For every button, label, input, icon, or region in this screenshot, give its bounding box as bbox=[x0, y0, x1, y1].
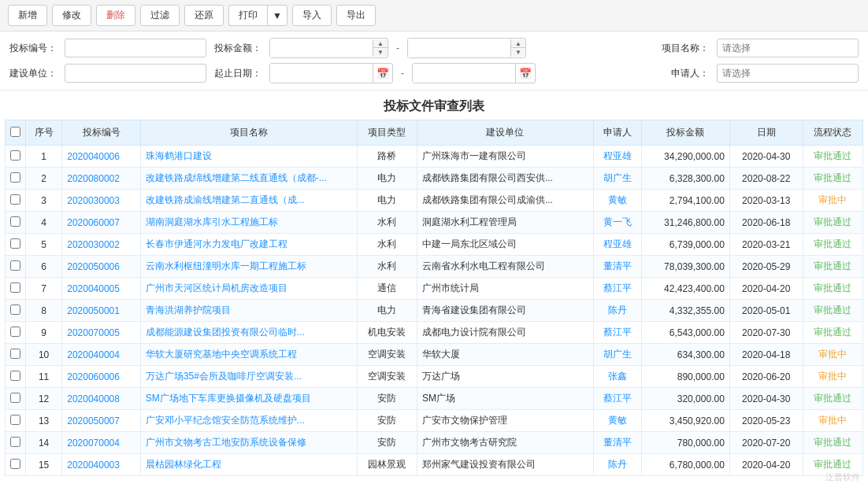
date-start-input[interactable] bbox=[270, 64, 373, 83]
row-checkbox[interactable] bbox=[10, 305, 20, 315]
row-bid-no[interactable]: 2020030003 bbox=[62, 190, 141, 212]
applicant-input[interactable] bbox=[717, 64, 859, 83]
row-checkbox[interactable] bbox=[10, 260, 20, 271]
bid-amount-min-down[interactable]: ▼ bbox=[373, 48, 388, 57]
修改-button[interactable]: 修改 bbox=[52, 5, 91, 26]
row-bid-no[interactable]: 2020040003 bbox=[62, 454, 141, 476]
date-end-input[interactable] bbox=[413, 64, 515, 83]
row-applicant[interactable]: 董清平 bbox=[593, 256, 641, 278]
table-row: 82020050001青海洪湖养护院项目电力青海省建设集团有限公司陈丹4,332… bbox=[6, 300, 863, 322]
row-project-name[interactable]: 青海洪湖养护院项目 bbox=[140, 300, 357, 322]
row-project-name[interactable]: 长春市伊通河水力发电厂改建工程 bbox=[140, 234, 357, 256]
row-applicant[interactable]: 程亚雄 bbox=[593, 234, 641, 256]
calendar-end-icon[interactable]: 📅 bbox=[515, 64, 535, 83]
导出-button[interactable]: 导出 bbox=[336, 5, 376, 26]
row-amount: 42,423,400.00 bbox=[641, 278, 729, 300]
row-bid-no[interactable]: 2020050006 bbox=[62, 256, 141, 278]
row-project-name[interactable]: 成都能源建设集团投资有限公司临时... bbox=[140, 322, 357, 344]
bid-amount-min-up[interactable]: ▲ bbox=[373, 39, 388, 48]
row-checkbox[interactable] bbox=[10, 216, 20, 227]
row-project-name[interactable]: 改建铁路成渝线增建第二直通线（成... bbox=[140, 190, 357, 212]
page-title: 投标文件审查列表 bbox=[0, 90, 868, 120]
row-checkbox[interactable] bbox=[10, 194, 20, 205]
bid-amount-max-input[interactable] bbox=[408, 39, 510, 57]
table-row: 32020030003改建铁路成渝线增建第二直通线（成...电力成都铁路集团有限… bbox=[6, 190, 863, 212]
row-project-name[interactable]: SM广场地下车库更换摄像机及硬盘项目 bbox=[140, 388, 357, 410]
row-applicant[interactable]: 蔡江平 bbox=[593, 278, 641, 300]
bid-amount-min-input[interactable] bbox=[270, 39, 373, 57]
row-bid-no[interactable]: 2020070005 bbox=[62, 322, 141, 344]
row-project-name[interactable]: 晨枯园林绿化工程 bbox=[140, 454, 357, 476]
删除-button[interactable]: 删除 bbox=[96, 5, 135, 26]
row-applicant[interactable]: 黄敏 bbox=[593, 190, 641, 212]
row-checkbox[interactable] bbox=[10, 459, 20, 469]
bid-number-input[interactable] bbox=[65, 39, 206, 57]
project-name-input[interactable] bbox=[717, 39, 859, 57]
row-checkbox[interactable] bbox=[10, 238, 20, 249]
row-applicant[interactable]: 董清平 bbox=[593, 432, 641, 454]
row-bid-no[interactable]: 2020040004 bbox=[62, 344, 141, 366]
row-project-name[interactable]: 广州市天河区统计局机房改造项目 bbox=[140, 278, 357, 300]
header-bid-no: 投标编号 bbox=[62, 120, 141, 146]
row-project-name[interactable]: 改建铁路成绵线增建第二线直通线（成都-... bbox=[140, 168, 357, 190]
row-bid-no[interactable]: 2020070004 bbox=[62, 432, 141, 454]
还原-button[interactable]: 还原 bbox=[184, 5, 224, 26]
row-applicant[interactable]: 张鑫 bbox=[593, 366, 641, 388]
bid-amount-max-up[interactable]: ▲ bbox=[511, 39, 525, 48]
row-project-name[interactable]: 珠海鹤港口建设 bbox=[140, 146, 357, 168]
row-date: 2020-04-30 bbox=[729, 146, 803, 168]
row-applicant[interactable]: 黄一飞 bbox=[593, 212, 641, 234]
select-all-checkbox[interactable] bbox=[10, 127, 20, 137]
row-checkbox[interactable] bbox=[10, 415, 20, 425]
table-row: 62020050006云南水利枢纽潼明水库一期工程施工标水利云南省水利水电工程有… bbox=[6, 256, 863, 278]
row-project-type: 安防 bbox=[357, 388, 417, 410]
row-amount: 6,780,000.00 bbox=[641, 454, 729, 476]
row-checkbox[interactable] bbox=[10, 327, 20, 337]
print-button[interactable]: 打印 bbox=[228, 5, 267, 26]
row-bid-no[interactable]: 2020060006 bbox=[62, 366, 141, 388]
row-status: 审批中 bbox=[803, 190, 862, 212]
row-bid-no[interactable]: 2020060007 bbox=[62, 212, 141, 234]
row-project-name[interactable]: 广州市文物考古工地安防系统设备保修 bbox=[140, 432, 357, 454]
row-checkbox[interactable] bbox=[10, 371, 20, 381]
row-project-name[interactable]: 云南水利枢纽潼明水库一期工程施工标 bbox=[140, 256, 357, 278]
row-amount: 4,332,355.00 bbox=[641, 300, 729, 322]
build-unit-input[interactable] bbox=[65, 64, 206, 83]
row-amount: 320,000.00 bbox=[641, 388, 729, 410]
row-checkbox[interactable] bbox=[10, 282, 20, 293]
row-bid-no[interactable]: 2020050001 bbox=[62, 300, 141, 322]
row-applicant[interactable]: 陈丹 bbox=[593, 454, 641, 476]
row-applicant[interactable]: 程亚雄 bbox=[593, 146, 641, 168]
row-status: 审批通过 bbox=[803, 388, 862, 410]
row-applicant[interactable]: 陈丹 bbox=[593, 300, 641, 322]
row-bid-no[interactable]: 2020030002 bbox=[62, 234, 141, 256]
row-checkbox[interactable] bbox=[10, 349, 20, 359]
row-checkbox[interactable] bbox=[10, 393, 20, 403]
row-project-name[interactable]: 广安邓小平纪念馆安全防范系统维护... bbox=[140, 410, 357, 432]
amount-dash: - bbox=[396, 42, 399, 54]
row-applicant[interactable]: 黄敏 bbox=[593, 410, 641, 432]
row-checkbox[interactable] bbox=[10, 150, 20, 161]
row-applicant[interactable]: 蔡江平 bbox=[593, 322, 641, 344]
row-bid-no[interactable]: 2020080002 bbox=[62, 168, 141, 190]
calendar-start-icon[interactable]: 📅 bbox=[373, 64, 392, 83]
row-bid-no[interactable]: 2020040005 bbox=[62, 278, 141, 300]
row-applicant[interactable]: 胡广生 bbox=[593, 168, 641, 190]
row-checkbox[interactable] bbox=[10, 437, 20, 447]
print-arrow-button[interactable]: ▼ bbox=[267, 5, 287, 26]
导入-button[interactable]: 导入 bbox=[292, 5, 332, 26]
row-bid-no[interactable]: 2020040006 bbox=[62, 146, 141, 168]
row-project-name[interactable]: 华软大厦研究基地中央空调系统工程 bbox=[140, 344, 357, 366]
row-bid-no[interactable]: 2020050007 bbox=[62, 410, 141, 432]
bid-amount-max-down[interactable]: ▼ bbox=[511, 48, 525, 57]
row-applicant[interactable]: 胡广生 bbox=[593, 344, 641, 366]
row-project-name[interactable]: 万达广场35#会所及咖啡厅空调安装... bbox=[140, 366, 357, 388]
新增-button[interactable]: 新增 bbox=[8, 5, 47, 26]
table-row: 102020040004华软大厦研究基地中央空调系统工程空调安装华软大厦胡广生6… bbox=[6, 344, 863, 366]
row-project-name[interactable]: 湖南洞庭湖水库引水工程施工标 bbox=[140, 212, 357, 234]
row-checkbox[interactable] bbox=[10, 172, 20, 183]
过滤-button[interactable]: 过滤 bbox=[140, 5, 180, 26]
row-bid-no[interactable]: 2020040008 bbox=[62, 388, 141, 410]
row-applicant[interactable]: 蔡江平 bbox=[593, 388, 641, 410]
row-status: 审批通过 bbox=[803, 278, 862, 300]
